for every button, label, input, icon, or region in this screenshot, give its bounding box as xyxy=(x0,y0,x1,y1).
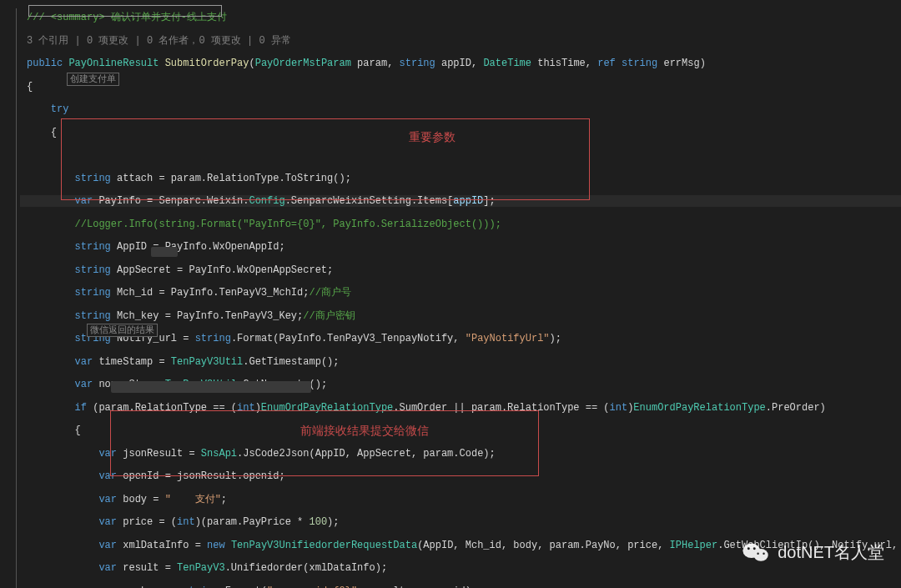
code-editor[interactable]: /// <summary> 确认订单并支付-线上支付 3 个引用 | 0 项更改… xyxy=(0,0,901,588)
watermark-text: dotNET名人堂 xyxy=(778,546,884,558)
fold-bar xyxy=(13,0,20,588)
highlighted-line: var PayInfo = Senparc.Weixin.Config.Senp… xyxy=(20,195,901,207)
svg-point-3 xyxy=(753,547,756,550)
svg-point-2 xyxy=(747,547,750,550)
code-area[interactable]: /// <summary> 确认订单并支付-线上支付 3 个引用 | 0 项更改… xyxy=(20,0,901,588)
gutter xyxy=(0,0,14,588)
wechat-icon xyxy=(742,541,769,563)
redaction-2 xyxy=(111,381,311,393)
svg-point-1 xyxy=(754,549,768,561)
doc-comment: /// <summary> 确认订单并支付-线上支付 xyxy=(27,12,227,23)
method-signature: public PayOnlineResult SubmitOrderPay(Pa… xyxy=(20,58,901,69)
annotation-text-2: 前端接收结果提交给微信 xyxy=(300,425,429,437)
watermark: dotNET名人堂 xyxy=(742,541,884,563)
svg-point-5 xyxy=(763,553,765,555)
redaction-1 xyxy=(151,247,178,257)
region-label-1: 创建支付单 xyxy=(67,73,119,86)
refs-line[interactable]: 3 个引用 | 0 项更改 | 0 名作者，0 项更改 | 0 异常 xyxy=(20,35,901,47)
region-label-2: 微信返回的结果 xyxy=(87,324,158,337)
annotation-text-1: 重要参数 xyxy=(409,132,456,143)
svg-point-4 xyxy=(758,553,759,555)
